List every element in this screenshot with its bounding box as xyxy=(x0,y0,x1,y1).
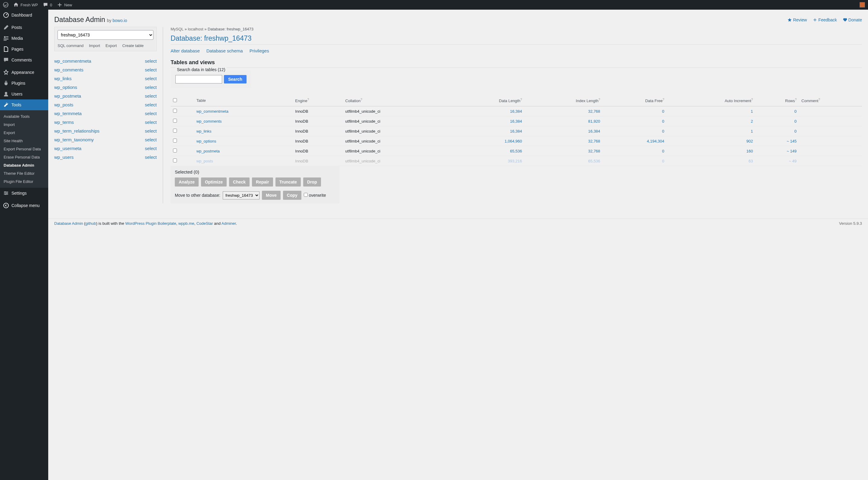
table-link[interactable]: wp_posts xyxy=(196,159,213,163)
repair-button[interactable]: Repair xyxy=(252,178,273,187)
table-name-link[interactable]: wp_commentmeta xyxy=(54,59,91,64)
table-select-link[interactable]: select xyxy=(145,128,157,133)
table-row: wp_postsInnoDButf8mb4_unicode_ci393,2166… xyxy=(170,156,862,166)
sub-export[interactable]: Export xyxy=(0,129,48,137)
version-label: Version 5.9.3 xyxy=(839,221,862,226)
drop-button[interactable]: Drop xyxy=(303,178,321,187)
table-name-link[interactable]: wp_comments xyxy=(54,67,84,72)
footer-github-link[interactable]: github xyxy=(85,221,96,226)
db-select[interactable]: freshwp_16473 xyxy=(58,30,153,40)
overwrite-checkbox[interactable] xyxy=(304,193,308,197)
menu-pages[interactable]: Pages xyxy=(0,44,48,55)
table-select-link[interactable]: select xyxy=(145,67,157,72)
row-checkbox[interactable] xyxy=(173,149,177,153)
menu-tools[interactable]: Tools xyxy=(0,99,48,110)
move-button[interactable]: Move xyxy=(262,191,281,200)
crumb-host[interactable]: localhost xyxy=(188,27,203,31)
table-select-link[interactable]: select xyxy=(145,146,157,151)
copy-button[interactable]: Copy xyxy=(283,191,301,200)
wp-logo[interactable] xyxy=(3,2,8,7)
row-checkbox[interactable] xyxy=(173,129,177,133)
review-link[interactable]: Review xyxy=(787,18,807,22)
table-select-link[interactable]: select xyxy=(145,76,157,81)
create-table-link[interactable]: Create table xyxy=(122,43,144,48)
table-name-link[interactable]: wp_term_taxonomy xyxy=(54,137,94,142)
table-select-link[interactable]: select xyxy=(145,102,157,107)
table-name-link[interactable]: wp_termmeta xyxy=(54,111,82,116)
truncate-button[interactable]: Truncate xyxy=(276,178,301,187)
menu-appearance[interactable]: Appearance xyxy=(0,67,48,78)
menu-users[interactable]: Users xyxy=(0,89,48,99)
tools-submenu: Available Tools Import Export Site Healt… xyxy=(0,110,48,188)
collapse-menu[interactable]: Collapse menu xyxy=(0,200,48,211)
sql-command-link[interactable]: SQL command xyxy=(58,43,84,48)
table-name-link[interactable]: wp_terms xyxy=(54,120,74,125)
import-link[interactable]: Import xyxy=(89,43,100,48)
check-button[interactable]: Check xyxy=(229,178,250,187)
footer-boilerplate-link[interactable]: WordPress Plugin Boilerplate xyxy=(125,221,176,226)
crumb-mysql[interactable]: MySQL xyxy=(170,27,184,31)
table-name-link[interactable]: wp_posts xyxy=(54,102,73,107)
footer-adminer-link[interactable]: Adminer xyxy=(221,221,236,226)
sub-available-tools[interactable]: Available Tools xyxy=(0,113,48,121)
menu-comments[interactable]: Comments xyxy=(0,55,48,65)
table-link[interactable]: wp_comments xyxy=(196,119,222,124)
footer-wppb-link[interactable]: wppb.me xyxy=(179,221,194,226)
table-link[interactable]: wp_postmeta xyxy=(196,149,220,153)
move-db-select[interactable]: freshwp_16473 xyxy=(223,191,259,199)
menu-media[interactable]: Media xyxy=(0,33,48,44)
alter-db-link[interactable]: Alter database xyxy=(170,48,200,53)
table-select-link[interactable]: select xyxy=(145,155,157,160)
select-all-checkbox[interactable] xyxy=(173,98,177,102)
search-input[interactable] xyxy=(176,75,222,84)
site-link[interactable]: Fresh WP xyxy=(13,2,38,7)
table-select-link[interactable]: select xyxy=(145,120,157,125)
donate-link[interactable]: Donate xyxy=(843,18,862,22)
feedback-link[interactable]: Feedback xyxy=(813,18,837,22)
footer-dba-link[interactable]: Database Admin xyxy=(54,221,83,226)
table-name-link[interactable]: wp_users xyxy=(54,155,73,160)
table-select-link[interactable]: select xyxy=(145,111,157,116)
menu-plugins[interactable]: Plugins xyxy=(0,78,48,89)
row-checkbox[interactable] xyxy=(173,119,177,123)
table-link[interactable]: wp_options xyxy=(196,139,216,143)
sub-erase-personal[interactable]: Erase Personal Data xyxy=(0,153,48,161)
optimize-button[interactable]: Optimize xyxy=(201,178,227,187)
menu-dashboard[interactable]: Dashboard xyxy=(0,10,48,21)
privileges-link[interactable]: Privileges xyxy=(250,48,269,53)
row-checkbox[interactable] xyxy=(173,138,177,142)
search-box: Search data in tables (12) Search xyxy=(170,70,251,88)
sub-plugin-editor[interactable]: Plugin File Editor xyxy=(0,178,48,186)
sub-database-admin[interactable]: Database Admin xyxy=(0,161,48,169)
footer-codestar-link[interactable]: CodeStar xyxy=(196,221,213,226)
table-name-link[interactable]: wp_links xyxy=(54,76,72,81)
comments-link[interactable]: 0 xyxy=(43,2,52,7)
table-select-link[interactable]: select xyxy=(145,137,157,142)
table-name-link[interactable]: wp_options xyxy=(54,85,77,90)
table-link[interactable]: wp_commentmeta xyxy=(196,109,228,114)
table-name-link[interactable]: wp_usermeta xyxy=(54,146,82,151)
row-checkbox[interactable] xyxy=(173,159,177,162)
table-select-link[interactable]: select xyxy=(145,85,157,90)
sub-site-health[interactable]: Site Health xyxy=(0,137,48,145)
table-select-link[interactable]: select xyxy=(145,93,157,99)
row-checkbox[interactable] xyxy=(173,109,177,113)
table-name-link[interactable]: wp_postmeta xyxy=(54,93,81,99)
sub-theme-editor[interactable]: Theme File Editor xyxy=(0,169,48,178)
table-select-link[interactable]: select xyxy=(145,59,157,64)
table-link[interactable]: wp_links xyxy=(196,129,212,133)
analyze-button[interactable]: Analyze xyxy=(175,178,198,187)
user-avatar[interactable] xyxy=(860,2,865,7)
table-name-link[interactable]: wp_term_relationships xyxy=(54,128,99,133)
sub-import[interactable]: Import xyxy=(0,121,48,129)
menu-posts[interactable]: Posts xyxy=(0,22,48,33)
db-schema-link[interactable]: Database schema xyxy=(207,48,243,53)
search-button[interactable]: Search xyxy=(224,75,247,84)
author-link[interactable]: bowo.io xyxy=(113,18,127,23)
selected-bar: Selected (0) AnalyzeOptimizeCheckRepairT… xyxy=(170,166,339,203)
table-row: wp_usersselect xyxy=(54,153,157,161)
sub-export-personal[interactable]: Export Personal Data xyxy=(0,145,48,153)
export-link[interactable]: Export xyxy=(105,43,117,48)
new-link[interactable]: New xyxy=(57,2,72,7)
menu-settings[interactable]: Settings xyxy=(0,188,48,199)
